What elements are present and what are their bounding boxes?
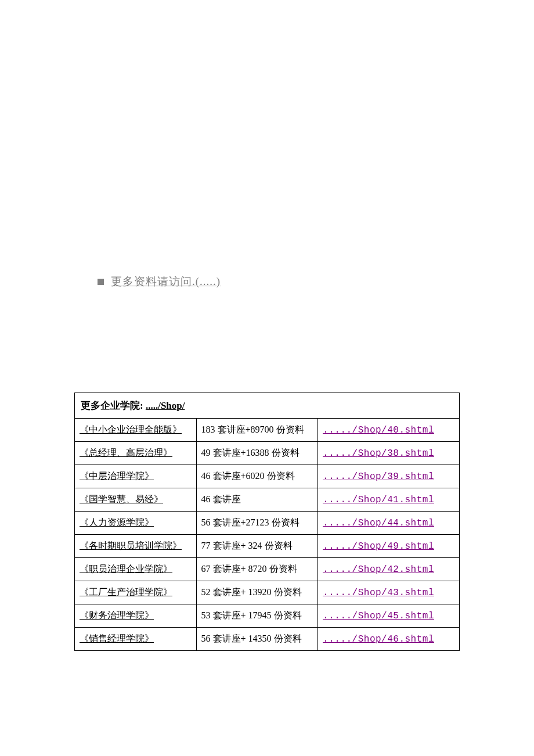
- table-header-cell: 更多企业学院: ...../Shop/: [75, 393, 460, 419]
- course-url-link[interactable]: ...../Shop/45.shtml: [318, 604, 460, 628]
- table-row: 《各时期职员培训学院》77 套讲座+ 324 份资料...../Shop/49.…: [75, 535, 460, 558]
- course-name-link[interactable]: 《销售经理学院》: [75, 628, 197, 651]
- course-description: 56 套讲座+ 14350 份资料: [196, 628, 318, 651]
- course-url-link[interactable]: ...../Shop/42.shtml: [318, 558, 460, 581]
- course-description: 46 套讲座: [196, 488, 318, 512]
- courses-table-container: 更多企业学院: ...../Shop/ 《中小企业治理全能版》183 套讲座+8…: [74, 393, 460, 651]
- table-row: 《销售经理学院》56 套讲座+ 14350 份资料...../Shop/46.s…: [75, 628, 460, 651]
- courses-table: 更多企业学院: ...../Shop/ 《中小企业治理全能版》183 套讲座+8…: [74, 393, 460, 651]
- table-row: 《总经理、高层治理》49 套讲座+16388 份资料...../Shop/38.…: [75, 442, 460, 465]
- course-description: 77 套讲座+ 324 份资料: [196, 535, 318, 558]
- course-url-link[interactable]: ...../Shop/41.shtml: [318, 488, 460, 512]
- course-name-link[interactable]: 《财务治理学院》: [75, 604, 197, 628]
- header-section: 更多资料请访问.(.....): [98, 274, 221, 289]
- course-name-link[interactable]: 《国学智慧、易经》: [75, 488, 197, 512]
- course-description: 67 套讲座+ 8720 份资料: [196, 558, 318, 581]
- table-header-row: 更多企业学院: ...../Shop/: [75, 393, 460, 419]
- table-row: 《中小企业治理全能版》183 套讲座+89700 份资料...../Shop/4…: [75, 419, 460, 442]
- course-url-link[interactable]: ...../Shop/44.shtml: [318, 512, 460, 535]
- visit-more-link[interactable]: 更多资料请访问.(.....): [111, 274, 221, 289]
- course-description: 46 套讲座+6020 份资料: [196, 465, 318, 488]
- table-row: 《国学智慧、易经》46 套讲座...../Shop/41.shtml: [75, 488, 460, 512]
- course-description: 53 套讲座+ 17945 份资料: [196, 604, 318, 628]
- course-name-link[interactable]: 《各时期职员培训学院》: [75, 535, 197, 558]
- table-title-url[interactable]: ...../Shop/: [146, 400, 185, 411]
- course-name-link[interactable]: 《中层治理学院》: [75, 465, 197, 488]
- course-description: 183 套讲座+89700 份资料: [196, 419, 318, 442]
- course-url-link[interactable]: ...../Shop/39.shtml: [318, 465, 460, 488]
- table-title-label: 更多企业学院:: [81, 400, 143, 411]
- course-url-link[interactable]: ...../Shop/38.shtml: [318, 442, 460, 465]
- course-url-link[interactable]: ...../Shop/40.shtml: [318, 419, 460, 442]
- course-description: 56 套讲座+27123 份资料: [196, 512, 318, 535]
- course-url-link[interactable]: ...../Shop/46.shtml: [318, 628, 460, 651]
- course-url-link[interactable]: ...../Shop/49.shtml: [318, 535, 460, 558]
- course-name-link[interactable]: 《工厂生产治理学院》: [75, 581, 197, 604]
- course-description: 49 套讲座+16388 份资料: [196, 442, 318, 465]
- course-name-link[interactable]: 《人力资源学院》: [75, 512, 197, 535]
- table-row: 《中层治理学院》46 套讲座+6020 份资料...../Shop/39.sht…: [75, 465, 460, 488]
- table-row: 《财务治理学院》53 套讲座+ 17945 份资料...../Shop/45.s…: [75, 604, 460, 628]
- course-name-link[interactable]: 《职员治理企业学院》: [75, 558, 197, 581]
- course-name-link[interactable]: 《中小企业治理全能版》: [75, 419, 197, 442]
- course-name-link[interactable]: 《总经理、高层治理》: [75, 442, 197, 465]
- table-row: 《人力资源学院》56 套讲座+27123 份资料...../Shop/44.sh…: [75, 512, 460, 535]
- table-body: 《中小企业治理全能版》183 套讲座+89700 份资料...../Shop/4…: [75, 419, 460, 651]
- course-url-link[interactable]: ...../Shop/43.shtml: [318, 581, 460, 604]
- bullet-square-icon: [98, 279, 104, 285]
- table-row: 《工厂生产治理学院》52 套讲座+ 13920 份资料...../Shop/43…: [75, 581, 460, 604]
- table-row: 《职员治理企业学院》67 套讲座+ 8720 份资料...../Shop/42.…: [75, 558, 460, 581]
- course-description: 52 套讲座+ 13920 份资料: [196, 581, 318, 604]
